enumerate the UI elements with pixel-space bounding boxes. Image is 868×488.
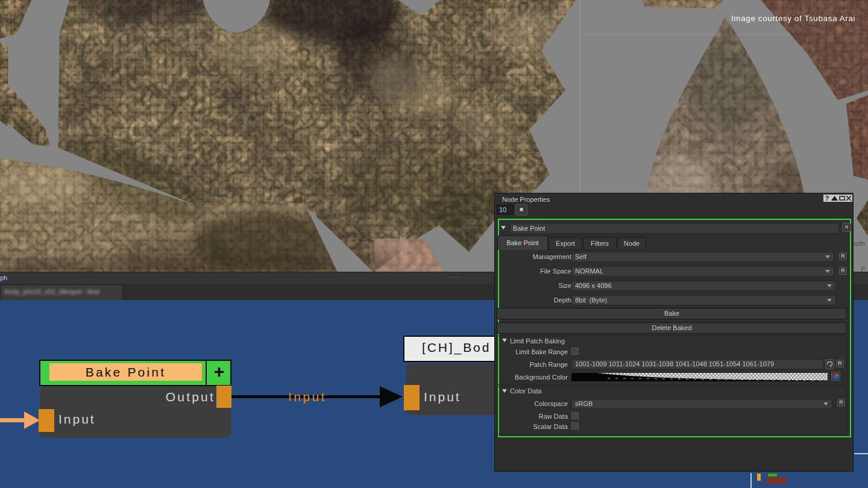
svg-text:?: ?: [825, 195, 829, 202]
